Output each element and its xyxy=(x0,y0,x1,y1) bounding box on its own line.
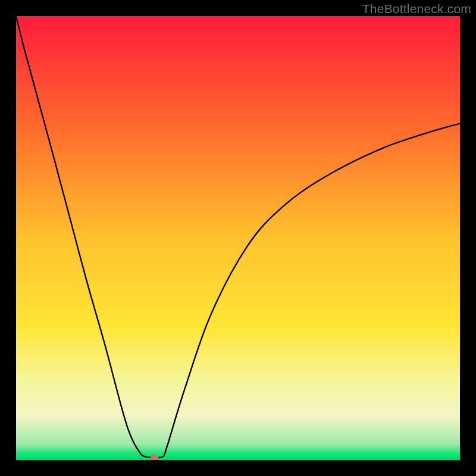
chart-frame: TheBottleneck.com xyxy=(0,0,476,476)
watermark-text: TheBottleneck.com xyxy=(362,2,471,16)
curve-layer xyxy=(16,16,460,460)
plot-area xyxy=(16,16,460,460)
optimum-marker xyxy=(151,455,159,460)
bottleneck-curve xyxy=(16,16,460,458)
